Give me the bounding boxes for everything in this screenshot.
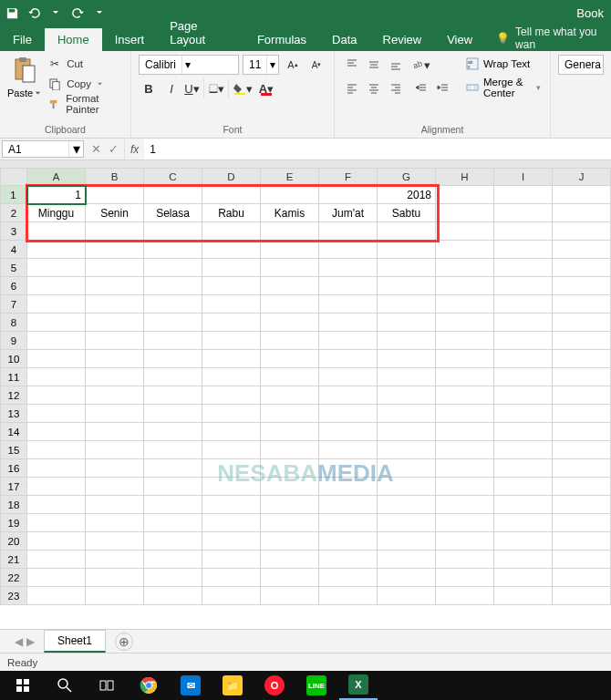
cell-H5[interactable]: [436, 259, 494, 277]
cell-I8[interactable]: [494, 314, 553, 332]
cell-I14[interactable]: [494, 423, 553, 441]
cell-G14[interactable]: [378, 423, 436, 441]
cell-H8[interactable]: [436, 314, 494, 332]
font-color-button[interactable]: A▾: [256, 78, 276, 98]
cell-F20[interactable]: [319, 532, 378, 551]
cell-D20[interactable]: [202, 532, 261, 551]
bold-button[interactable]: B: [139, 78, 159, 98]
cell-E18[interactable]: [261, 496, 319, 514]
cell-I19[interactable]: [494, 514, 553, 532]
cell-C18[interactable]: [144, 496, 202, 514]
cell-J2[interactable]: [553, 204, 611, 222]
align-right-button[interactable]: [386, 78, 406, 98]
cell-B9[interactable]: [86, 332, 144, 350]
cell-I5[interactable]: [494, 259, 553, 277]
cell-G5[interactable]: [378, 259, 436, 277]
cell-I4[interactable]: [494, 241, 553, 259]
cell-J19[interactable]: [553, 514, 611, 532]
decrease-indent-button[interactable]: [411, 78, 431, 98]
cell-I22[interactable]: [494, 569, 553, 587]
cell-C6[interactable]: [144, 277, 202, 295]
italic-button[interactable]: I: [161, 78, 181, 98]
cell-F12[interactable]: [319, 386, 378, 405]
row-header-15[interactable]: 15: [0, 441, 27, 459]
cell-J5[interactable]: [553, 259, 611, 277]
cell-J6[interactable]: [553, 277, 611, 295]
name-box[interactable]: A1 ▾: [2, 140, 84, 158]
cell-I21[interactable]: [494, 551, 553, 569]
cell-B14[interactable]: [86, 423, 144, 441]
add-sheet-button[interactable]: ⊕: [115, 633, 133, 651]
cell-A11[interactable]: [27, 368, 86, 386]
row-header-10[interactable]: 10: [0, 350, 27, 368]
cell-E22[interactable]: [261, 569, 319, 587]
cell-B7[interactable]: [86, 295, 144, 314]
cell-C12[interactable]: [144, 386, 202, 405]
cut-button[interactable]: ✂Cut: [47, 55, 123, 73]
cell-H3[interactable]: [436, 222, 494, 241]
cell-F8[interactable]: [319, 314, 378, 332]
cell-E23[interactable]: [261, 587, 319, 605]
cell-I3[interactable]: [494, 222, 553, 241]
cell-I20[interactable]: [494, 532, 553, 551]
row-header-4[interactable]: 4: [0, 241, 27, 259]
cell-G8[interactable]: [378, 314, 436, 332]
cell-D7[interactable]: [202, 295, 261, 314]
cell-D18[interactable]: [202, 496, 261, 514]
cell-A5[interactable]: [27, 259, 86, 277]
cell-G7[interactable]: [378, 295, 436, 314]
cell-F2[interactable]: Jum'at: [319, 204, 378, 222]
cell-B18[interactable]: [86, 496, 144, 514]
cell-B2[interactable]: Senin: [86, 204, 144, 222]
cell-H23[interactable]: [436, 587, 494, 605]
cell-D22[interactable]: [202, 569, 261, 587]
cell-J18[interactable]: [553, 496, 611, 514]
start-button[interactable]: [4, 671, 42, 700]
cell-H22[interactable]: [436, 569, 494, 587]
cell-B6[interactable]: [86, 277, 144, 295]
cell-A15[interactable]: [27, 441, 86, 459]
row-header-3[interactable]: 3: [0, 222, 27, 241]
format-painter-button[interactable]: Format Painter: [47, 95, 123, 113]
cell-B1[interactable]: [86, 186, 144, 204]
cell-A1[interactable]: 1: [27, 186, 86, 204]
borders-button[interactable]: ▾: [209, 78, 229, 98]
cell-E5[interactable]: [261, 259, 319, 277]
cell-I7[interactable]: [494, 295, 553, 314]
cell-H17[interactable]: [436, 478, 494, 496]
row-header-14[interactable]: 14: [0, 423, 27, 441]
row-header-16[interactable]: 16: [0, 459, 27, 478]
cell-J8[interactable]: [553, 314, 611, 332]
cell-B16[interactable]: [86, 459, 144, 478]
cell-H4[interactable]: [436, 241, 494, 259]
cell-H14[interactable]: [436, 423, 494, 441]
cell-C15[interactable]: [144, 441, 202, 459]
cell-F7[interactable]: [319, 295, 378, 314]
cell-I18[interactable]: [494, 496, 553, 514]
cell-A10[interactable]: [27, 350, 86, 368]
cell-D4[interactable]: [202, 241, 261, 259]
tab-home[interactable]: Home: [45, 28, 102, 51]
cell-H21[interactable]: [436, 551, 494, 569]
cell-E16[interactable]: [261, 459, 319, 478]
cell-H11[interactable]: [436, 368, 494, 386]
cell-D21[interactable]: [202, 551, 261, 569]
font-size-dropdown[interactable]: 11▾: [243, 55, 279, 75]
cell-C17[interactable]: [144, 478, 202, 496]
cell-G13[interactable]: [378, 405, 436, 423]
tab-data[interactable]: Data: [319, 28, 369, 51]
cell-D11[interactable]: [202, 368, 261, 386]
merge-center-button[interactable]: Merge & Center▾: [464, 78, 543, 97]
number-format-dropdown[interactable]: Genera: [558, 55, 604, 75]
cell-G22[interactable]: [378, 569, 436, 587]
cell-F22[interactable]: [319, 569, 378, 587]
cell-B5[interactable]: [86, 259, 144, 277]
cell-B8[interactable]: [86, 314, 144, 332]
cell-J12[interactable]: [553, 386, 611, 405]
cell-J4[interactable]: [553, 241, 611, 259]
cell-J22[interactable]: [553, 569, 611, 587]
cell-H10[interactable]: [436, 350, 494, 368]
cell-A22[interactable]: [27, 569, 86, 587]
column-header-C[interactable]: C: [144, 168, 202, 186]
tell-me-search[interactable]: 💡 Tell me what you wan: [496, 26, 611, 51]
